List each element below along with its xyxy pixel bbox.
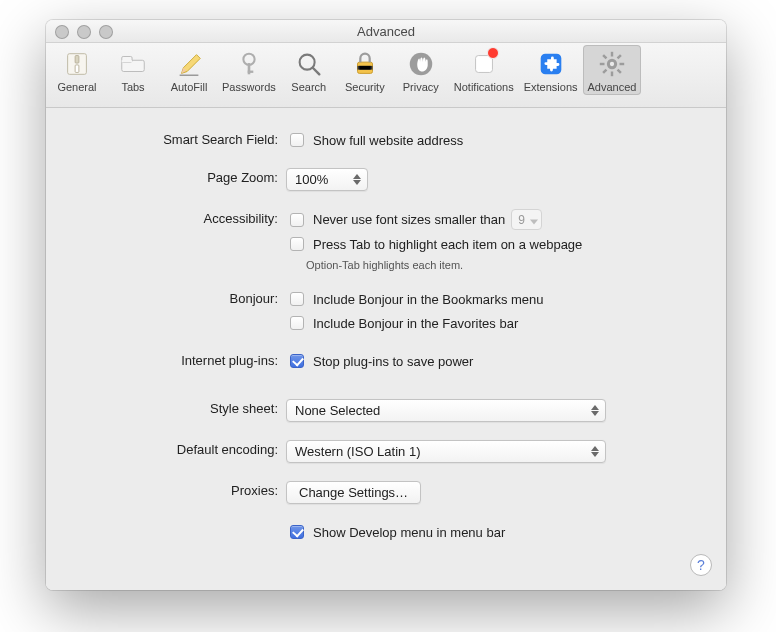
tab-label: Passwords [222, 81, 276, 93]
hand-icon [405, 48, 437, 80]
select-value: Western (ISO Latin 1) [295, 444, 420, 459]
tab-label: Notifications [454, 81, 514, 93]
default-encoding-select[interactable]: Western (ISO Latin 1) [286, 440, 606, 463]
tab-label: General [57, 81, 96, 93]
style-sheet-select[interactable]: None Selected [286, 399, 606, 422]
tab-general[interactable]: General [49, 45, 105, 95]
checkbox-label: Press Tab to highlight each item on a we… [313, 237, 582, 252]
checkbox-bonjour-favorites[interactable] [290, 316, 304, 330]
question-icon: ? [697, 557, 705, 573]
select-value: None Selected [295, 403, 380, 418]
svg-rect-16 [359, 66, 370, 70]
checkbox-label: Stop plug-ins to save power [313, 354, 473, 369]
svg-line-13 [313, 68, 320, 75]
stepper-arrows-icon [589, 443, 601, 460]
pencil-icon [173, 48, 205, 80]
svg-marker-34 [591, 411, 599, 416]
preferences-window: Advanced General Tabs AutoFill Password [46, 20, 726, 590]
checkbox-min-font-size[interactable] [290, 213, 304, 227]
label-default-encoding: Default encoding: [46, 440, 286, 457]
svg-rect-23 [600, 63, 605, 65]
tabs-icon [117, 48, 149, 80]
gear-icon [596, 48, 628, 80]
zoom-button[interactable] [99, 25, 113, 39]
checkbox-show-develop[interactable] [290, 525, 304, 539]
page-zoom-select[interactable]: 100% [286, 168, 368, 191]
tab-notifications[interactable]: Notifications [449, 45, 519, 95]
tab-label: Privacy [403, 81, 439, 93]
chevron-down-icon [530, 215, 538, 229]
checkbox-label: Show Develop menu in menu bar [313, 525, 505, 540]
label-page-zoom: Page Zoom: [46, 168, 286, 185]
min-font-size-stepper: 9 [511, 209, 542, 230]
svg-point-29 [610, 62, 614, 66]
svg-marker-31 [353, 180, 361, 185]
checkbox-label: Never use font sizes smaller than [313, 212, 505, 227]
checkbox-press-tab[interactable] [290, 237, 304, 251]
tab-passwords[interactable]: Passwords [217, 45, 281, 95]
svg-marker-33 [591, 405, 599, 410]
tab-security[interactable]: Security [337, 45, 393, 95]
tab-label: AutoFill [171, 81, 208, 93]
svg-rect-28 [602, 69, 607, 74]
svg-rect-11 [248, 71, 254, 73]
value: 9 [518, 213, 525, 227]
svg-rect-5 [122, 60, 132, 62]
select-value: 100% [295, 172, 328, 187]
notification-icon [468, 48, 500, 80]
lock-icon [349, 48, 381, 80]
toolbar: General Tabs AutoFill Passwords Search [46, 43, 726, 108]
svg-rect-25 [602, 54, 607, 59]
svg-marker-35 [591, 446, 599, 451]
tab-advanced[interactable]: Advanced [583, 45, 642, 95]
label-style-sheet: Style sheet: [46, 399, 286, 416]
tab-label: Tabs [121, 81, 144, 93]
svg-rect-22 [611, 72, 613, 77]
stepper-arrows-icon [589, 402, 601, 419]
traffic-lights [55, 25, 113, 39]
checkbox-bonjour-bookmarks[interactable] [290, 292, 304, 306]
label-internet-plugins: Internet plug-ins: [46, 351, 286, 368]
stepper-arrows-icon [351, 171, 363, 188]
tab-search[interactable]: Search [281, 45, 337, 95]
checkbox-stop-plugins[interactable] [290, 354, 304, 368]
accessibility-hint: Option-Tab highlights each item. [306, 259, 696, 271]
label-accessibility: Accessibility: [46, 209, 286, 226]
checkbox-show-full-address[interactable] [290, 133, 304, 147]
help-button[interactable]: ? [690, 554, 712, 576]
switch-icon [61, 48, 93, 80]
tab-label: Security [345, 81, 385, 93]
tab-privacy[interactable]: Privacy [393, 45, 449, 95]
svg-marker-32 [530, 220, 538, 225]
svg-marker-36 [591, 452, 599, 457]
svg-rect-21 [611, 52, 613, 57]
puzzle-icon [535, 48, 567, 80]
titlebar: Advanced [46, 20, 726, 43]
svg-rect-24 [620, 63, 625, 65]
label-smart-search: Smart Search Field: [46, 130, 286, 147]
change-settings-button[interactable]: Change Settings… [286, 481, 421, 504]
notification-badge-icon [487, 47, 499, 59]
tab-label: Advanced [588, 81, 637, 93]
minimize-button[interactable] [77, 25, 91, 39]
window-title: Advanced [46, 24, 726, 39]
tab-autofill[interactable]: AutoFill [161, 45, 217, 95]
checkbox-label: Show full website address [313, 133, 463, 148]
svg-marker-30 [353, 174, 361, 179]
close-button[interactable] [55, 25, 69, 39]
tab-label: Extensions [524, 81, 578, 93]
search-icon [293, 48, 325, 80]
checkbox-label: Include Bonjour in the Favorites bar [313, 316, 518, 331]
tab-extensions[interactable]: Extensions [519, 45, 583, 95]
svg-rect-2 [75, 65, 79, 73]
tab-label: Search [291, 81, 326, 93]
content: Smart Search Field: Show full website ad… [46, 108, 726, 590]
tab-tabs[interactable]: Tabs [105, 45, 161, 95]
label-proxies: Proxies: [46, 481, 286, 498]
svg-rect-1 [75, 56, 79, 64]
svg-rect-26 [617, 69, 622, 74]
button-label: Change Settings… [299, 485, 408, 500]
checkbox-label: Include Bonjour in the Bookmarks menu [313, 292, 544, 307]
label-bonjour: Bonjour: [46, 289, 286, 306]
key-icon [233, 48, 265, 80]
